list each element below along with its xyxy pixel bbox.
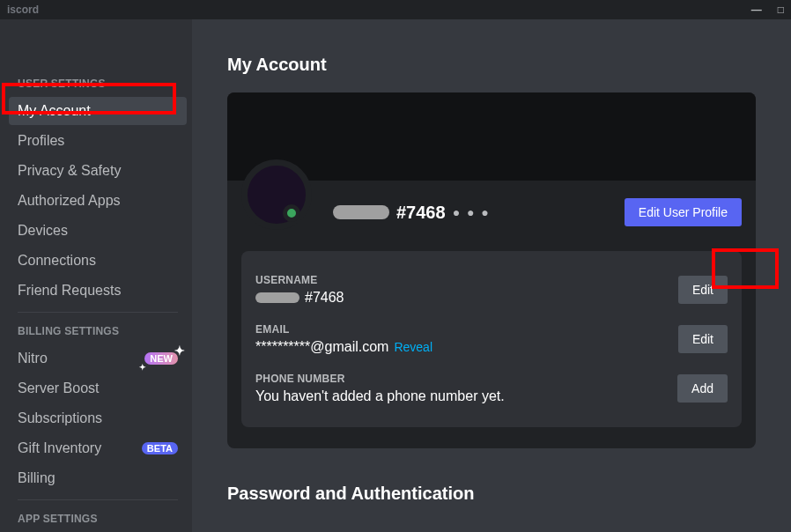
password-auth-title: Password and Authentication	[227, 484, 756, 504]
app-name-label: iscord	[7, 4, 39, 16]
avatar[interactable]	[241, 159, 312, 230]
field-label: EMAIL	[255, 323, 678, 336]
profile-banner	[227, 92, 756, 181]
main-content: My Account #7468 ● ● ● Edit User Profile	[192, 19, 791, 532]
sidebar-item-label: Connections	[18, 253, 96, 269]
more-options-icon[interactable]: ● ● ●	[453, 205, 491, 219]
discriminator: #7468	[305, 290, 344, 306]
masked-username	[333, 205, 389, 219]
sidebar-item-privacy-safety[interactable]: Privacy & Safety	[9, 157, 187, 185]
sidebar-item-friend-requests[interactable]: Friend Requests	[9, 277, 187, 305]
settings-sidebar: USER SETTINGS My Account Profiles Privac…	[0, 19, 192, 532]
titlebar: iscord — □	[0, 0, 791, 19]
sidebar-item-billing[interactable]: Billing	[9, 464, 187, 492]
sidebar-item-label: Devices	[18, 223, 68, 239]
sidebar-item-nitro[interactable]: Nitro NEW	[9, 344, 187, 373]
sidebar-item-label: Profiles	[18, 133, 64, 149]
minimize-icon[interactable]: —	[751, 4, 762, 16]
sidebar-item-label: Privacy & Safety	[18, 163, 121, 179]
discriminator: #7468	[396, 203, 446, 223]
new-badge: NEW	[144, 352, 178, 365]
masked-email: **********@gmail.com	[255, 339, 388, 355]
sidebar-item-label: Gift Inventory	[18, 440, 101, 456]
edit-user-profile-button[interactable]: Edit User Profile	[625, 198, 742, 226]
sidebar-item-label: Nitro	[18, 351, 48, 366]
sidebar-item-connections[interactable]: Connections	[9, 247, 187, 275]
add-phone-button[interactable]: Add	[677, 374, 728, 403]
sidebar-item-label: Subscriptions	[18, 410, 102, 426]
sidebar-item-server-boost[interactable]: Server Boost	[9, 374, 187, 403]
sidebar-header-app: APP SETTINGS	[9, 507, 187, 530]
masked-username	[255, 292, 299, 303]
field-label: PHONE NUMBER	[255, 373, 677, 385]
sidebar-header-billing: BILLING SETTINGS	[9, 320, 187, 343]
field-row-username: USERNAME #7468 Edit	[255, 265, 728, 314]
field-row-email: EMAIL **********@gmail.com Reveal Edit	[255, 314, 728, 364]
sidebar-item-profiles[interactable]: Profiles	[9, 127, 187, 155]
profile-card: #7468 ● ● ● Edit User Profile USERNAME #…	[227, 92, 756, 448]
sidebar-item-label: Friend Requests	[18, 283, 121, 299]
window-controls: — □	[751, 4, 784, 16]
status-online-icon	[283, 204, 300, 222]
page-title: My Account	[227, 55, 756, 75]
sidebar-item-devices[interactable]: Devices	[9, 217, 187, 245]
username-display: #7468 ● ● ●	[333, 203, 491, 223]
sidebar-item-subscriptions[interactable]: Subscriptions	[9, 404, 187, 432]
sidebar-item-authorized-apps[interactable]: Authorized Apps	[9, 187, 187, 215]
edit-username-button[interactable]: Edit	[678, 276, 728, 304]
field-value: #7468	[255, 290, 678, 306]
field-value: **********@gmail.com Reveal	[255, 339, 678, 355]
edit-email-button[interactable]: Edit	[678, 325, 728, 353]
sidebar-item-my-account[interactable]: My Account	[9, 97, 187, 125]
sidebar-header-user: USER SETTINGS	[9, 72, 187, 95]
sidebar-item-label: Authorized Apps	[18, 193, 121, 209]
sidebar-item-label: My Account	[18, 103, 91, 119]
maximize-icon[interactable]: □	[778, 4, 784, 16]
sidebar-divider	[18, 499, 178, 500]
account-fields-card: USERNAME #7468 Edit EMAIL *****	[241, 251, 742, 427]
beta-badge: BETA	[142, 442, 178, 454]
field-value: You haven't added a phone number yet.	[255, 388, 677, 404]
sidebar-divider	[18, 312, 178, 313]
sidebar-item-label: Billing	[18, 470, 55, 486]
sidebar-item-gift-inventory[interactable]: Gift Inventory BETA	[9, 434, 187, 462]
field-row-phone: PHONE NUMBER You haven't added a phone n…	[255, 364, 728, 413]
sidebar-item-label: Server Boost	[18, 381, 99, 396]
field-label: USERNAME	[255, 274, 678, 286]
reveal-email-link[interactable]: Reveal	[394, 340, 432, 354]
